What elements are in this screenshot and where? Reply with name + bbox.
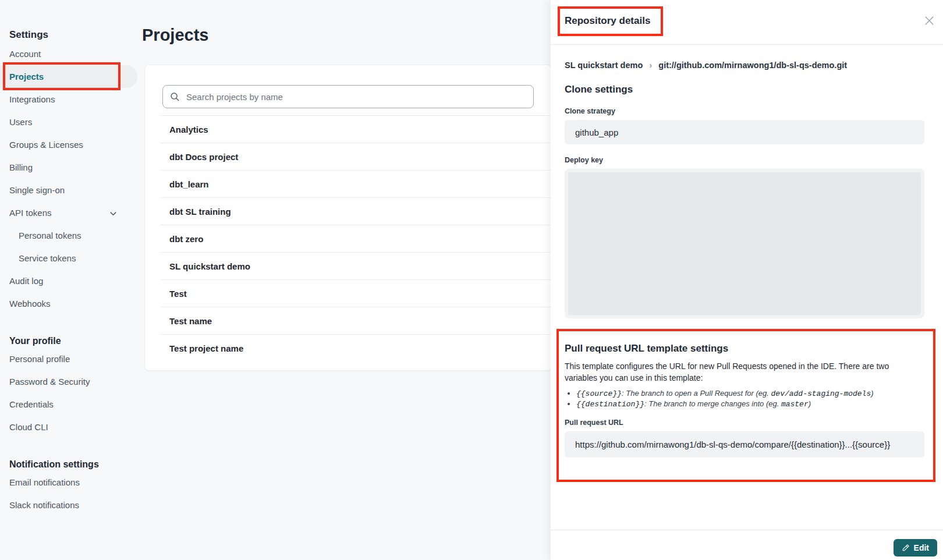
sidebar-item-personal-profile[interactable]: Personal profile <box>0 348 137 370</box>
sidebar-item-slack-notifications[interactable]: Slack notifications <box>0 494 137 516</box>
annotation-box-pull-request-settings: Pull request URL template settings This … <box>556 329 935 482</box>
sidebar-item-account[interactable]: Account <box>0 42 137 65</box>
pr-variable-example: dev/add-staging-models <box>771 389 871 398</box>
deploy-key-field[interactable] <box>565 169 924 318</box>
project-name: dbt_learn <box>169 179 209 189</box>
project-row[interactable]: dbt_learn <box>161 171 551 198</box>
project-name: Test name <box>169 316 212 326</box>
search-icon <box>170 92 180 102</box>
breadcrumb-project: SL quickstart demo <box>565 61 643 70</box>
sidebar-item-label: Users <box>9 117 32 127</box>
sidebar-item-email-notifications[interactable]: Email notifications <box>0 471 137 494</box>
breadcrumb-repo-url: git://github.com/mirnawong1/db-sl-qs-dem… <box>658 61 847 70</box>
close-icon[interactable] <box>924 15 935 26</box>
sidebar-item-label: Billing <box>9 162 33 172</box>
sidebar-item-label: Audit log <box>9 276 43 286</box>
sidebar-item-label: Password & Security <box>9 377 90 387</box>
sidebar-title: Settings <box>9 29 140 41</box>
sidebar-item-label: Groups & Licenses <box>9 140 83 150</box>
pr-variable-text: : The branch to merge changes into (eg. <box>644 399 781 408</box>
sidebar-item-label: API tokens <box>9 208 52 218</box>
breadcrumb-separator-icon: › <box>649 60 652 70</box>
pencil-icon <box>902 544 910 552</box>
project-name: Test <box>169 289 187 299</box>
sidebar-item-personal-tokens[interactable]: Personal tokens <box>0 224 137 247</box>
sidebar-item-label: Personal tokens <box>19 231 81 240</box>
settings-sidebar: Settings Account Projects Integrations U… <box>0 0 140 560</box>
sidebar-item-projects[interactable]: Projects <box>0 65 137 88</box>
panel-body: SL quickstart demo › git://github.com/mi… <box>551 60 943 482</box>
sidebar-section-your-profile: Your profile <box>9 336 140 346</box>
project-name: dbt zero <box>169 234 203 244</box>
project-name: Analytics <box>169 125 208 134</box>
panel-header: Repository details <box>551 0 943 45</box>
deploy-key-label: Deploy key <box>565 156 924 164</box>
edit-button-label: Edit <box>914 543 929 552</box>
project-row[interactable]: dbt SL training <box>161 198 551 225</box>
edit-button[interactable]: Edit <box>894 539 937 557</box>
sidebar-item-users[interactable]: Users <box>0 111 137 133</box>
sidebar-item-password-security[interactable]: Password & Security <box>0 370 137 393</box>
sidebar-item-single-sign-on[interactable]: Single sign-on <box>0 179 137 201</box>
project-row[interactable]: dbt Docs project <box>161 143 551 171</box>
project-search <box>162 85 534 108</box>
annotation-box-repository-details: Repository details <box>558 6 663 36</box>
pr-url-input[interactable] <box>565 431 924 458</box>
pr-variables-list: {{source}}: The branch to open a Pull Re… <box>565 388 924 409</box>
sidebar-item-label: Credentials <box>9 399 54 409</box>
clone-strategy-input[interactable] <box>565 120 924 144</box>
sidebar-item-cloud-cli[interactable]: Cloud CLI <box>0 416 137 438</box>
pr-variable-source: {{source}}: The branch to open a Pull Re… <box>576 388 924 399</box>
sidebar-item-label: Cloud CLI <box>9 422 48 432</box>
pr-variable-code: {{destination}} <box>576 400 644 409</box>
sidebar-item-label: Integrations <box>9 94 55 104</box>
sidebar-item-integrations[interactable]: Integrations <box>0 88 137 111</box>
sidebar-item-label: Slack notifications <box>9 500 79 510</box>
sidebar-item-label: Projects <box>9 72 44 81</box>
project-row[interactable]: dbt zero <box>161 225 551 253</box>
sidebar-section-notification-settings: Notification settings <box>9 459 140 470</box>
project-row[interactable]: Test <box>161 280 551 307</box>
pr-variable-destination: {{destination}}: The branch to merge cha… <box>576 399 924 409</box>
breadcrumb: SL quickstart demo › git://github.com/mi… <box>565 60 924 70</box>
sidebar-item-groups-licenses[interactable]: Groups & Licenses <box>0 133 137 156</box>
sidebar-item-service-tokens[interactable]: Service tokens <box>0 247 137 270</box>
sidebar-item-billing[interactable]: Billing <box>0 156 137 179</box>
panel-title: Repository details <box>565 15 650 27</box>
sidebar-item-label: Service tokens <box>19 253 76 263</box>
project-list: Analytics dbt Docs project dbt_learn dbt… <box>161 115 551 362</box>
pr-variable-suffix: ) <box>871 389 873 398</box>
pr-settings-description: This template configures the URL for new… <box>565 360 909 384</box>
sidebar-item-label: Webhooks <box>9 299 51 309</box>
pr-variable-suffix: ) <box>809 399 811 408</box>
project-row[interactable]: SL quickstart demo <box>161 253 551 280</box>
sidebar-item-label: Single sign-on <box>9 185 65 195</box>
pr-variable-text: : The branch to open a Pull Request for … <box>622 389 771 398</box>
search-input[interactable] <box>185 91 526 102</box>
pr-settings-title: Pull request URL template settings <box>565 343 924 355</box>
pr-variable-example: master <box>781 400 809 409</box>
sidebar-item-label: Account <box>9 49 41 59</box>
project-name: dbt SL training <box>169 207 231 217</box>
pr-variable-code: {{source}} <box>576 389 622 398</box>
project-row[interactable]: Analytics <box>161 116 551 143</box>
repository-details-panel: Repository details SL quickstart demo › … <box>551 0 943 560</box>
pr-url-label: Pull request URL <box>565 419 924 427</box>
project-name: SL quickstart demo <box>169 261 250 271</box>
sidebar-item-credentials[interactable]: Credentials <box>0 393 137 416</box>
sidebar-item-audit-log[interactable]: Audit log <box>0 270 137 292</box>
projects-main: Projects Analytics dbt Docs project dbt_… <box>140 0 553 371</box>
chevron-down-icon <box>109 209 118 219</box>
project-name: dbt Docs project <box>169 152 238 162</box>
deploy-key-redacted-content <box>568 172 921 315</box>
clone-strategy-label: Clone strategy <box>565 107 924 115</box>
project-name: Test project name <box>169 343 243 353</box>
sidebar-item-webhooks[interactable]: Webhooks <box>0 292 137 315</box>
projects-card: Analytics dbt Docs project dbt_learn dbt… <box>144 65 552 371</box>
project-row[interactable]: Test name <box>161 307 551 335</box>
project-row[interactable]: Test project name <box>161 335 551 362</box>
panel-footer: Edit <box>551 530 943 560</box>
sidebar-item-api-tokens[interactable]: API tokens <box>0 201 137 224</box>
page-title: Projects <box>142 26 553 45</box>
sidebar-item-label: Personal profile <box>9 354 70 364</box>
